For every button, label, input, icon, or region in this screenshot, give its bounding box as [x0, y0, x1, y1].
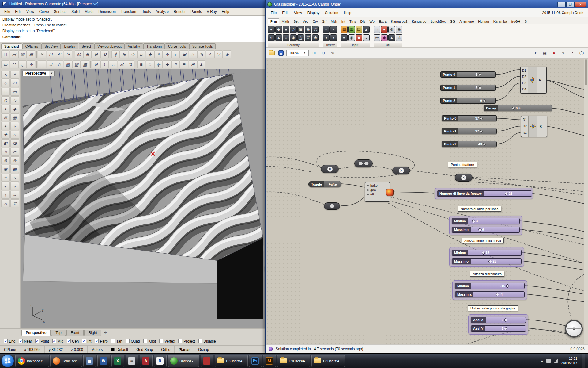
sketch-tool-icon[interactable]: ✎ — [329, 49, 336, 57]
slider-track[interactable]: -16 — [471, 283, 524, 289]
taskbar-chrome-window[interactable]: Bacheca c ... — [15, 355, 49, 367]
tool-icon[interactable]: ↕ — [1, 191, 10, 199]
status-units[interactable]: Meters — [88, 346, 107, 353]
gh-tab-gg[interactable]: GG — [448, 19, 457, 24]
checkbox[interactable] — [111, 339, 115, 343]
tool-icon[interactable]: ◆ — [10, 105, 19, 113]
group-label[interactable]: Util — [374, 43, 402, 47]
gh-tab-wb[interactable]: Wb — [367, 19, 377, 24]
bake-param[interactable]: geo — [365, 188, 390, 192]
menu-file[interactable]: File — [2, 9, 13, 15]
component-icon[interactable]: ▦ — [348, 26, 355, 33]
perspective-viewport[interactable]: z y x Perspective ▼ — [21, 69, 267, 328]
tool-icon[interactable]: ▽ — [10, 199, 19, 207]
checkbox[interactable] — [19, 339, 23, 343]
tab-viewport-layout[interactable]: Viewport Layout — [94, 43, 125, 49]
tool-icon[interactable]: ✎ — [1, 148, 10, 156]
toolbar-icon[interactable]: ≈ — [38, 60, 46, 68]
component-icon[interactable]: ◎ — [312, 26, 319, 33]
slider-knob[interactable] — [481, 251, 485, 255]
toolbar-icon[interactable]: ▤ — [10, 50, 18, 58]
number-slider[interactable]: Massimo 25 — [452, 258, 522, 264]
component-icon[interactable]: ▤ — [356, 26, 362, 33]
component-icon[interactable]: ◓ — [323, 26, 330, 33]
gh-tab-kangaroo[interactable]: Kangaroo — [409, 19, 428, 24]
menu-transform[interactable]: Transform — [118, 9, 140, 15]
slider-knob[interactable] — [504, 192, 508, 196]
tool-icon[interactable]: ◑ — [10, 182, 19, 190]
input-param[interactable]: D2 — [521, 125, 528, 128]
slider-track[interactable]: 5 — [457, 72, 495, 77]
gh-param-component[interactable] — [354, 159, 373, 167]
taskbar-grasshopper-window[interactable]: Untitled - ... — [168, 355, 199, 367]
boolean-toggle[interactable]: Toggle False — [308, 181, 341, 187]
input-param[interactable]: D3 — [521, 82, 528, 85]
gh-tab-anemone[interactable]: Anemone — [457, 19, 476, 24]
group-label[interactable]: Primitive — [323, 43, 337, 47]
slider-track[interactable]: 37 — [458, 116, 496, 121]
osnap-tan[interactable]: Tan — [111, 339, 122, 343]
checkbox[interactable] — [4, 339, 8, 343]
tool-icon[interactable]: ◑ — [10, 122, 19, 130]
tool-icon[interactable]: ○ — [1, 88, 10, 96]
text-panel[interactable]: Punto attrattore — [448, 162, 477, 167]
osnap-disable[interactable]: Disable — [198, 339, 216, 343]
gh-menu-display[interactable]: Display — [305, 10, 322, 16]
gh-tab-frogh[interactable]: froGH — [509, 19, 522, 24]
toolbar-icon[interactable]: ↶ — [55, 50, 63, 58]
taskbar-illustrator[interactable]: Ai — [263, 355, 276, 367]
component-icon[interactable]: ⊕ — [312, 34, 319, 41]
checkbox[interactable] — [35, 339, 39, 343]
menu-surface[interactable]: Surface — [51, 9, 69, 15]
tool-icon[interactable]: ◪ — [10, 139, 19, 147]
toolbar-icon[interactable]: ⌖ — [154, 50, 163, 58]
checkbox[interactable] — [178, 339, 182, 343]
taskbar-explorer-window[interactable]: C:\Users\A... — [277, 355, 310, 367]
component-icon[interactable]: ⊕ — [388, 26, 395, 33]
tool-icon[interactable]: ↔ — [10, 191, 19, 199]
status-cplane[interactable]: CPlane — [0, 346, 20, 353]
toolbar-icon[interactable]: ⇅ — [126, 60, 134, 68]
number-slider[interactable]: Massimo 6 — [452, 227, 520, 233]
toolbar-icon[interactable]: ◌ — [146, 60, 154, 68]
input-param[interactable]: D1 — [521, 69, 528, 72]
taskbar-rhino[interactable]: R — [154, 355, 167, 367]
slider-track[interactable]: 6 — [471, 227, 519, 232]
gh-tab-human[interactable]: Human — [476, 19, 491, 24]
toolbar-icon[interactable]: ▽ — [214, 50, 223, 58]
preview-sphere-icon[interactable]: ◔ — [569, 49, 576, 57]
input-param[interactable]: D2 — [521, 75, 528, 79]
toolbar-icon[interactable]: ↔ — [109, 60, 117, 68]
slider-track[interactable]: 43 — [458, 141, 496, 147]
tool-icon[interactable]: ▦ — [10, 113, 19, 121]
maximize-button[interactable]: ❒ — [566, 2, 575, 7]
gh-tab-extra[interactable]: Extra — [377, 19, 389, 24]
toolbar-icon[interactable]: ↕ — [100, 60, 109, 68]
gh-tab-vec[interactable]: Vec — [300, 19, 310, 24]
number-slider[interactable]: Minimo 3 — [452, 218, 520, 224]
toolbar-icon[interactable]: ≡ — [180, 60, 188, 68]
slider-track[interactable]: 5 — [485, 326, 526, 331]
text-panel[interactable]: Distanza dei punti sulla griglia — [468, 305, 518, 311]
tool-icon[interactable]: ✚ — [1, 131, 10, 139]
number-slider[interactable]: Punto 0 37 — [442, 115, 497, 121]
tool-icon[interactable]: ✂ — [10, 148, 19, 156]
menu-curve[interactable]: Curve — [37, 9, 51, 15]
slider-track[interactable]: 25 — [471, 259, 521, 264]
gh-tab-karamba[interactable]: Karamba — [491, 19, 509, 24]
group-label[interactable]: Geometry — [268, 43, 319, 47]
checkbox[interactable] — [67, 339, 71, 343]
osnap-knot[interactable]: Knot — [143, 339, 156, 343]
gh-canvas[interactable]: Punto 0 5 Punto 1 5 Punto 2 0 Decay 0.5 … — [266, 59, 588, 344]
viewport-title-menu[interactable]: Perspective ▼ — [22, 71, 55, 76]
toolbar-icon[interactable]: ✂ — [38, 50, 46, 58]
number-slider[interactable]: Punto 1 27 — [442, 128, 497, 134]
checkbox[interactable] — [126, 339, 130, 343]
checkbox[interactable] — [52, 339, 56, 343]
viewport-tab-right[interactable]: Right — [84, 330, 101, 336]
component-icon[interactable]: ◖ — [330, 34, 337, 41]
toolbar-icon[interactable]: ∿ — [27, 60, 35, 68]
slider-knob[interactable] — [478, 73, 481, 76]
viewport-tab-top[interactable]: Top — [51, 330, 66, 336]
slider-track[interactable]: 3 — [468, 218, 520, 224]
